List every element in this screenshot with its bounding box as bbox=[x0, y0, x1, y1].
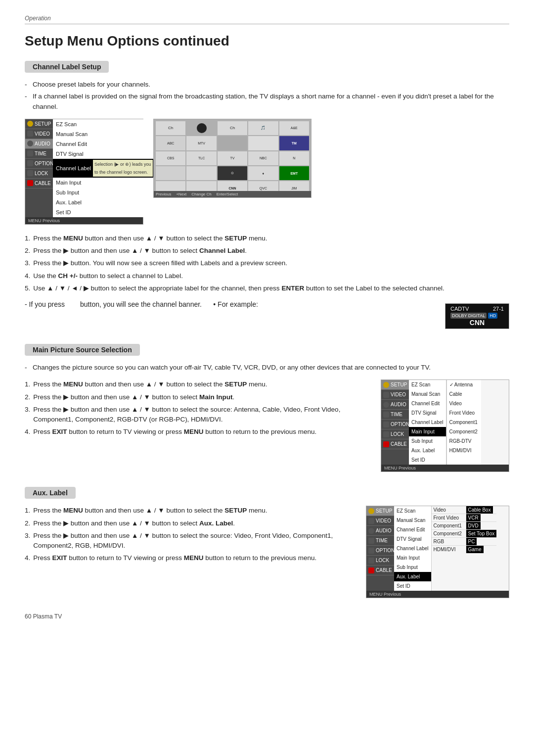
main-picture-header: Main Picture Source Selection bbox=[25, 344, 140, 356]
menu3-sub: Video Cable Box Front Video VCR Componen… bbox=[432, 506, 497, 591]
step-5: 5. Use ▲ / ▼ / ◄ / ▶ button to select th… bbox=[25, 284, 509, 293]
aux-step-4: 4. Press EXIT button to return to TV vie… bbox=[25, 553, 356, 563]
m3-option: OPTION bbox=[366, 546, 394, 556]
channel-grid-image: Ch Ch 🎵 A&E ABC MTV TM CBS TLC TV NBC N … bbox=[153, 119, 312, 198]
page-footer: 60 Plasma TV bbox=[25, 613, 509, 620]
note-text: - If you press button, you will see the … bbox=[25, 300, 258, 308]
menu2-bottom: MENU Previous bbox=[381, 465, 509, 472]
mi-subinput: Sub Input bbox=[53, 188, 156, 197]
operation-label: Operation bbox=[25, 15, 509, 22]
option-icon bbox=[27, 160, 33, 166]
grid-bottom-bar: Previous +Next Change Ch Enter/Select bbox=[154, 191, 311, 197]
hd-badge: HD bbox=[488, 313, 497, 319]
m2-lock: LOCK bbox=[381, 429, 409, 439]
channel-label-section: Channel Label Setup Choose preset labels… bbox=[25, 61, 509, 329]
aux-label-steps: 1. Press the MENU button and then use ▲ … bbox=[25, 506, 356, 570]
mi-channeledit: Channel Edit bbox=[53, 139, 156, 149]
mi-manualscan: Manual Scan bbox=[53, 129, 156, 139]
aux-step-1: 1. Press the MENU button and then use ▲ … bbox=[25, 506, 356, 516]
menu2-cols: SETUP VIDEO AUDIO TIME bbox=[381, 380, 509, 465]
menu3-left: SETUP VIDEO AUDIO TIME bbox=[366, 506, 394, 591]
m2-setup: SETUP bbox=[381, 380, 409, 390]
channel-grid: Ch Ch 🎵 A&E ABC MTV TM CBS TLC TV NBC N … bbox=[154, 119, 311, 197]
m3-cable: CABLE bbox=[366, 566, 394, 575]
menu2-sub: Antenna Cable Video Front Video Componen… bbox=[446, 380, 481, 465]
menu2-mid: EZ Scan Manual Scan Channel Edit DTV Sig… bbox=[409, 380, 446, 465]
mi-setid: Set ID bbox=[53, 207, 156, 217]
menu-left-col-1: SETUP VIDEO AUDIO TIME bbox=[25, 119, 53, 217]
main-picture-bullets: Changes the picture source so you can wa… bbox=[25, 363, 509, 373]
m3-setup: SETUP bbox=[366, 506, 394, 516]
step-4: 4. Use the CH +/- button to select a cha… bbox=[25, 271, 509, 281]
aux-step-2: 2. Press the ▶ button and then use ▲ / ▼… bbox=[25, 519, 356, 528]
aux-label-content: 1. Press the MENU button and then use ▲ … bbox=[25, 506, 509, 598]
m3-time: TIME bbox=[366, 536, 394, 546]
menu-item-video: VIDEO bbox=[25, 129, 53, 139]
mi-maininput: Main Input bbox=[53, 178, 156, 188]
bullet-1: Choose preset labels for your channels. bbox=[25, 80, 509, 90]
time-icon bbox=[27, 150, 33, 156]
menu-item-setup: SETUP bbox=[25, 119, 53, 129]
mi-channellabel: Channel Label Selection (▶ or ⊛) leads y… bbox=[53, 159, 156, 178]
m2-time: TIME bbox=[381, 410, 409, 420]
channel-label-steps: 1. Press the MENU button and then use ▲ … bbox=[25, 234, 509, 293]
mi-auxlabel: Aux. Label bbox=[53, 197, 156, 207]
mp-bullet-1: Changes the picture source so you can wa… bbox=[25, 363, 509, 373]
m3-audio: AUDIO bbox=[366, 526, 394, 536]
m2-cable: CABLE bbox=[381, 439, 409, 449]
menu2-left: SETUP VIDEO AUDIO TIME bbox=[381, 380, 409, 465]
m2-audio: AUDIO bbox=[381, 400, 409, 410]
menu-screenshot-2: SETUP VIDEO AUDIO TIME bbox=[381, 379, 509, 472]
m2-video: VIDEO bbox=[381, 390, 409, 400]
step-3: 3. Press the ▶ button. You will now see … bbox=[25, 258, 509, 268]
cable-icon bbox=[27, 180, 33, 186]
menu3-mid: EZ Scan Manual Scan Channel Edit DTV Sig… bbox=[394, 506, 432, 591]
page-title: Setup Menu Options continued bbox=[25, 33, 509, 49]
banner-channel-name: CNN bbox=[450, 319, 504, 327]
mp-step-1: 1. Press the MENU button and then use ▲ … bbox=[25, 379, 371, 389]
main-picture-steps: 1. Press the MENU button and then use ▲ … bbox=[25, 379, 371, 444]
mi-ezscan: EZ Scan bbox=[53, 119, 156, 129]
channel-label-bullets: Choose preset labels for your channels. … bbox=[25, 80, 509, 112]
bullet-2: If a channel label is provided on the si… bbox=[25, 92, 509, 112]
channel-banner: CADTV 27-1 DOLBY DIGITAL HD CNN bbox=[445, 303, 509, 329]
mp-step-3: 3. Press the ▶ button and then use ▲ / ▼… bbox=[25, 405, 371, 425]
aux-label-header: Aux. Label bbox=[25, 487, 76, 499]
menu-item-option: OPTION bbox=[25, 159, 53, 169]
menu-item-audio: AUDIO bbox=[25, 139, 53, 149]
menu3-bottom: MENU Previous bbox=[366, 591, 509, 598]
m3-video: VIDEO bbox=[366, 516, 394, 526]
channel-label-header: Channel Label Setup bbox=[25, 61, 109, 73]
menu-screenshot-1: SETUP VIDEO AUDIO TIME bbox=[25, 119, 143, 225]
dolby-badge: DOLBY DIGITAL bbox=[450, 313, 487, 319]
step-1: 1. Press the MENU button and then use ▲ … bbox=[25, 234, 509, 243]
m3-lock: LOCK bbox=[366, 556, 394, 566]
video-icon bbox=[27, 131, 33, 137]
mp-step-4: 4. Press EXIT button to return to TV vie… bbox=[25, 427, 371, 437]
menu-item-lock: LOCK bbox=[25, 169, 53, 179]
divider bbox=[25, 24, 509, 24]
menu-right-col-1: EZ Scan Manual Scan Channel Edit DTV Sig… bbox=[53, 119, 156, 217]
m2-option: OPTION bbox=[381, 420, 409, 429]
mi-dtvsignal: DTV Signal bbox=[53, 149, 156, 159]
channel-label-note: - If you press button, you will see the … bbox=[25, 300, 509, 329]
mp-step-2: 2. Press the ▶ button and then use ▲ / ▼… bbox=[25, 392, 371, 402]
menu-item-time: TIME bbox=[25, 149, 53, 159]
step-2: 2. Press the ▶ button and then use ▲ / ▼… bbox=[25, 246, 509, 256]
aux-step-3: 3. Press the ▶ button and then use ▲ / ▼… bbox=[25, 531, 356, 551]
main-picture-section: Main Picture Source Selection Changes th… bbox=[25, 344, 509, 472]
channel-label-images: SETUP VIDEO AUDIO TIME bbox=[25, 119, 509, 225]
aux-label-section: Aux. Label 1. Press the MENU button and … bbox=[25, 487, 509, 598]
menu-screenshot-3: SETUP VIDEO AUDIO TIME bbox=[366, 506, 509, 598]
menu-item-cable: CABLE bbox=[25, 179, 53, 189]
audio-icon bbox=[27, 141, 33, 146]
lock-icon bbox=[27, 170, 33, 176]
main-picture-content: 1. Press the MENU button and then use ▲ … bbox=[25, 379, 509, 472]
setup-icon bbox=[27, 121, 33, 127]
menu-bottom-bar-1: MENU Previous bbox=[25, 217, 143, 224]
menu3-cols: SETUP VIDEO AUDIO TIME bbox=[366, 506, 509, 591]
